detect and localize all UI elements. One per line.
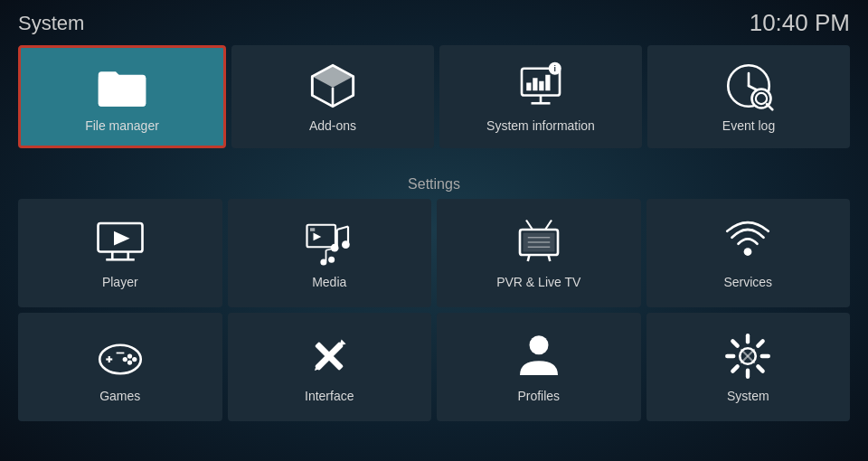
- interface-icon: [304, 331, 354, 381]
- top-tiles-row: File manager Add-ons i Syst: [0, 45, 868, 148]
- clock: 10:40 PM: [750, 9, 850, 37]
- svg-point-55: [122, 357, 127, 362]
- svg-point-54: [127, 360, 132, 364]
- tile-profiles-label: Profiles: [517, 389, 560, 403]
- tile-media-label: Media: [312, 275, 346, 289]
- media-icon: [304, 217, 354, 268]
- folder-icon: [97, 61, 147, 111]
- svg-line-31: [337, 227, 348, 230]
- svg-point-61: [529, 335, 548, 354]
- svg-text:i: i: [554, 64, 556, 73]
- svg-point-37: [321, 259, 327, 265]
- svg-rect-11: [533, 78, 537, 90]
- tile-games[interactable]: Games: [18, 313, 222, 421]
- svg-line-67: [733, 341, 738, 345]
- tile-event-log[interactable]: Event log: [647, 45, 850, 148]
- svg-rect-1: [99, 77, 146, 107]
- tile-player-label: Player: [102, 275, 138, 289]
- svg-marker-23: [114, 231, 130, 246]
- svg-line-68: [759, 366, 763, 371]
- tile-player[interactable]: Player: [18, 199, 222, 307]
- svg-line-42: [545, 221, 552, 230]
- settings-section-label: Settings: [0, 176, 868, 193]
- tile-file-manager-label: File manager: [85, 118, 159, 133]
- profiles-icon: [514, 331, 564, 381]
- page-title: System: [18, 12, 84, 35]
- svg-rect-29: [310, 228, 315, 231]
- tile-event-log-label: Event log: [722, 118, 775, 133]
- svg-rect-10: [526, 83, 531, 91]
- tile-system-information[interactable]: i System information: [439, 45, 642, 148]
- svg-line-70: [733, 366, 738, 371]
- svg-marker-3: [312, 65, 354, 88]
- tile-file-manager[interactable]: File manager: [18, 45, 226, 148]
- tile-system[interactable]: System: [646, 313, 851, 421]
- tile-games-label: Games: [99, 389, 140, 403]
- settings-row-1: Player Media: [18, 199, 850, 307]
- svg-point-52: [127, 353, 132, 358]
- svg-line-69: [759, 341, 763, 345]
- tile-interface-label: Interface: [305, 389, 354, 403]
- tile-profiles[interactable]: Profiles: [437, 313, 641, 421]
- tile-pvr-live-tv[interactable]: PVR & Live TV: [437, 199, 641, 307]
- svg-point-33: [331, 244, 339, 252]
- svg-point-38: [328, 257, 335, 263]
- addons-icon: [307, 61, 358, 111]
- tile-media[interactable]: Media: [228, 199, 432, 307]
- svg-point-53: [132, 357, 137, 362]
- svg-rect-12: [539, 81, 543, 91]
- svg-line-43: [528, 255, 530, 261]
- svg-rect-13: [545, 75, 550, 91]
- tile-services[interactable]: Services: [646, 199, 851, 307]
- system-info-icon: i: [515, 61, 566, 111]
- tile-add-ons[interactable]: Add-ons: [231, 45, 434, 148]
- tile-system-information-label: System information: [486, 118, 595, 133]
- header: System 10:40 PM: [0, 0, 868, 46]
- games-icon: [95, 331, 146, 381]
- settings-row-2: Games Interface Profiles: [18, 313, 850, 421]
- svg-point-48: [744, 248, 752, 256]
- svg-line-44: [548, 255, 550, 261]
- tile-add-ons-label: Add-ons: [309, 118, 356, 133]
- tile-interface[interactable]: Interface: [228, 313, 432, 421]
- pvr-icon: [514, 217, 564, 268]
- svg-line-41: [526, 221, 533, 230]
- tile-pvr-live-tv-label: PVR & Live TV: [496, 275, 580, 289]
- services-icon: [722, 217, 773, 268]
- player-icon: [95, 217, 146, 268]
- tile-system-label: System: [727, 389, 769, 403]
- tile-services-label: Services: [723, 275, 772, 289]
- event-log-icon: [723, 61, 774, 111]
- svg-point-34: [342, 240, 350, 249]
- system-icon: [722, 331, 773, 381]
- settings-grid: Player Media: [18, 199, 850, 421]
- svg-marker-28: [314, 233, 322, 241]
